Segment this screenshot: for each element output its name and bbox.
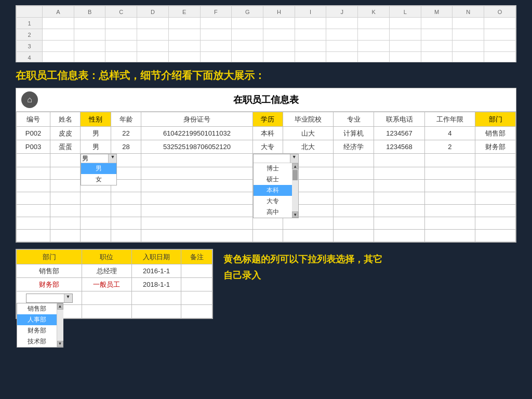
dept-cell-date-2: 2018-1-1 <box>131 278 181 291</box>
main-employee-table: ⌂ 在职员工信息表 编号 姓名 性别 年龄 身份证号 学历 毕业院校 专业 联系… <box>16 88 516 243</box>
cell-major-1: 计算机 <box>334 127 374 140</box>
cell-school-2: 北大 <box>283 140 334 154</box>
edu-option-bachelor[interactable]: 本科 <box>254 185 292 196</box>
dept-cell-dept-1: 销售部 <box>17 264 82 278</box>
col-id: 编号 <box>17 112 50 127</box>
gender-option-male[interactable]: 男 <box>81 163 116 174</box>
dept-cell-note-2 <box>181 278 212 291</box>
cell-age-2: 28 <box>111 140 141 154</box>
dept-col-date: 入职日期 <box>131 250 181 264</box>
dept-option-finance[interactable]: 财务部 <box>17 325 57 336</box>
dept-col-dept: 部门 <box>17 250 82 264</box>
edu-scroll-thumb <box>292 170 298 180</box>
dept-option-hr[interactable]: 人事部 <box>17 314 57 325</box>
edu-option-highschool[interactable]: 高中 <box>254 207 292 218</box>
cell-major-2: 经济学 <box>334 140 374 154</box>
gender-option-female[interactable]: 女 <box>81 174 116 185</box>
cell-id-3 <box>17 154 50 167</box>
edu-list: 博士 硕士 本科 大专 高中 <box>254 163 292 218</box>
dept-select-input[interactable] <box>26 294 64 302</box>
dept-option-tech[interactable]: 技术部 <box>17 336 57 347</box>
edu-input-field[interactable] <box>254 154 290 163</box>
edu-dropdown[interactable]: ▼ 博士 硕士 本科 大专 高中 ▲ <box>253 154 299 218</box>
table-title-row: ⌂ 在职员工信息表 <box>16 88 516 112</box>
dept-list-with-scrollbar: 销售部 人事部 财务部 技术部 ▲ ▼ <box>17 303 63 347</box>
cell-school-1: 山大 <box>283 127 334 140</box>
dept-scroll-track <box>57 310 63 341</box>
edu-scroll-down[interactable]: ▼ <box>292 211 298 218</box>
dept-scroll-up[interactable]: ▲ <box>57 303 63 310</box>
edu-scroll-up[interactable]: ▲ <box>292 163 298 169</box>
cell-name-2: 蛋蛋 <box>50 140 80 154</box>
dept-cell-position-1: 总经理 <box>82 264 132 278</box>
gender-input-row: ▼ <box>81 154 116 163</box>
cell-gender-2: 男 <box>81 140 111 154</box>
cell-id-2: P003 <box>17 140 50 154</box>
dept-cell-position-2: 一般员工 <box>82 278 132 291</box>
dept-scrollbar[interactable]: ▲ ▼ <box>57 303 63 347</box>
cell-name-3 <box>50 154 80 167</box>
edu-dropdown-arrow[interactable]: ▼ <box>290 154 298 163</box>
dept-list: 销售部 人事部 财务部 技术部 <box>17 303 57 347</box>
edu-option-phd[interactable]: 博士 <box>254 163 292 174</box>
description-line1: 黄色标题的列可以下拉列表选择，其它 <box>223 251 516 268</box>
dept-dropdown-popup[interactable]: 销售部 人事部 财务部 技术部 ▲ ▼ <box>17 303 63 348</box>
dept-cell-dept-3: ▼ 销售部 人事部 财务部 技术部 <box>17 291 82 305</box>
description-text: 黄色标题的列可以下拉列表选择，其它 自己录入 <box>223 249 516 283</box>
edu-input-row: ▼ <box>254 154 298 163</box>
home-icon[interactable]: ⌂ <box>21 91 38 108</box>
cell-gender-3: ▼ 男 女 <box>81 154 111 167</box>
col-name: 姓名 <box>50 112 80 127</box>
dept-cell-dept-2: 财务部 <box>17 278 82 291</box>
col-school: 毕业院校 <box>283 112 334 127</box>
edu-option-master[interactable]: 硕士 <box>254 174 292 185</box>
dept-col-position: 职位 <box>82 250 132 264</box>
cell-id-1: P002 <box>17 127 50 140</box>
dept-dropdown-arrow[interactable]: ▼ <box>64 294 72 302</box>
cell-major-3 <box>334 154 374 167</box>
dept-cell-position-3 <box>82 291 132 305</box>
dept-table-header: 部门 职位 入职日期 备注 <box>17 250 212 264</box>
cell-dept-2: 财务部 <box>475 140 516 154</box>
cell-years-3 <box>424 154 475 167</box>
edu-option-associate[interactable]: 大专 <box>254 196 292 207</box>
table-row-empty <box>17 230 516 242</box>
table-row-empty <box>17 217 516 230</box>
dept-table-row: 财务部 一般员工 2018-1-1 <box>17 278 212 291</box>
col-phone: 联系电话 <box>374 112 424 127</box>
cell-phone-3 <box>374 154 424 167</box>
table-row: P003 蛋蛋 男 28 532525198706052120 大专 北大 经济… <box>17 140 516 154</box>
gender-dropdown-arrow[interactable]: ▼ <box>108 154 116 163</box>
section-title: 在职员工信息表：总样式，细节介绍看下面放大展示： <box>16 69 516 83</box>
dept-cell-note-3 <box>181 291 212 305</box>
table-row-editing: ▼ 男 女 ▼ <box>17 154 516 167</box>
dept-cell-date-1: 2016-1-1 <box>131 264 181 278</box>
cell-edu-1: 本科 <box>252 127 283 140</box>
cell-age-1: 22 <box>111 127 141 140</box>
edu-scrollbar[interactable]: ▲ ▼ <box>292 163 298 218</box>
cell-edu-3: ▼ 博士 硕士 本科 大专 高中 ▲ <box>252 154 283 167</box>
dept-option-sales[interactable]: 销售部 <box>17 303 57 314</box>
cell-idnum-2: 532525198706052120 <box>141 140 252 154</box>
table-header-row: 编号 姓名 性别 年龄 身份证号 学历 毕业院校 专业 联系电话 工作年限 部门 <box>17 112 516 127</box>
description-line2: 自己录入 <box>223 268 516 284</box>
dept-select-row: ▼ <box>26 294 73 303</box>
dept-dropdown-container[interactable]: ▼ 销售部 人事部 财务部 技术部 <box>17 294 82 303</box>
employee-data-table: 编号 姓名 性别 年龄 身份证号 学历 毕业院校 专业 联系电话 工作年限 部门… <box>16 112 516 242</box>
cell-name-1: 皮皮 <box>50 127 80 140</box>
dept-col-note: 备注 <box>181 250 212 264</box>
cell-gender-1: 男 <box>81 127 111 140</box>
dept-scroll-down[interactable]: ▼ <box>57 341 63 347</box>
small-dept-table: 部门 职位 入职日期 备注 销售部 总经理 2016-1-1 财务部 一般员工 … <box>16 249 213 319</box>
col-age: 年龄 <box>111 112 141 127</box>
col-edu: 学历 <box>252 112 283 127</box>
top-spreadsheet: A B C D E F G H I J K L M N O 1 <box>16 5 516 62</box>
table-main-title: 在职员工信息表 <box>43 94 511 106</box>
bottom-section: 部门 职位 入职日期 备注 销售部 总经理 2016-1-1 财务部 一般员工 … <box>16 249 516 319</box>
gender-input-field[interactable] <box>81 154 108 163</box>
cell-years-2: 2 <box>424 140 475 154</box>
gender-dropdown-list: 男 女 <box>81 163 116 185</box>
gender-dropdown[interactable]: ▼ 男 女 <box>81 154 117 185</box>
cell-phone-1: 1234567 <box>374 127 424 140</box>
col-idnum: 身份证号 <box>141 112 252 127</box>
